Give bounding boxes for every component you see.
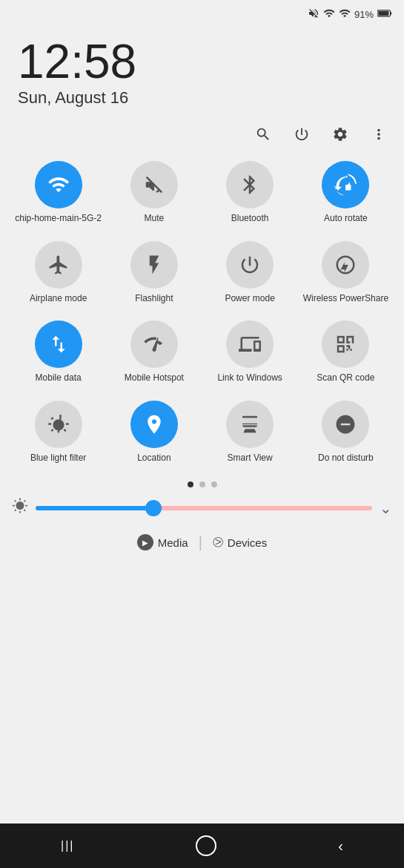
- brightness-icon: [12, 498, 28, 518]
- qs-icon-smartview: [226, 401, 274, 448]
- battery-percentage: 91%: [354, 9, 374, 20]
- qs-label-bluetooth: Bluetooth: [231, 213, 269, 225]
- qs-icon-linkwindows: [226, 320, 274, 368]
- qs-item-scanqr[interactable]: Scan QR code: [299, 315, 392, 390]
- qs-item-autorotate[interactable]: Auto rotate: [299, 155, 392, 231]
- qs-label-airplane: Airplane mode: [30, 293, 87, 305]
- qs-item-hotspot[interactable]: Mobile Hotspot: [107, 315, 200, 390]
- toolbar: [0, 114, 404, 152]
- settings-icon[interactable]: [330, 124, 351, 145]
- qs-icon-wifi: [35, 161, 82, 208]
- qs-icon-hotspot: [130, 320, 178, 368]
- qs-item-flashlight[interactable]: Flashlight: [107, 235, 200, 311]
- power-icon[interactable]: [291, 124, 312, 145]
- qs-item-mobiledata[interactable]: Mobile data: [12, 315, 105, 390]
- qs-label-flashlight: Flashlight: [135, 293, 173, 305]
- qs-item-dnd[interactable]: Do not disturb: [299, 395, 392, 470]
- page-dot-2[interactable]: [211, 481, 217, 487]
- status-icons: 91%: [308, 7, 392, 22]
- qs-label-bluelight: Blue light filter: [30, 453, 86, 464]
- devices-button[interactable]: ⧁ Devices: [202, 530, 277, 555]
- qs-label-smartview: Smart View: [228, 453, 273, 464]
- mute-status-icon: [308, 7, 319, 22]
- qs-icon-autorotate: [322, 161, 369, 208]
- clock-date: Sun, August 16: [18, 88, 386, 108]
- qs-label-location: Location: [137, 453, 170, 464]
- status-bar: 91%: [0, 0, 404, 24]
- page-dot-0[interactable]: [188, 481, 193, 487]
- qs-icon-scanqr: [322, 320, 369, 368]
- qs-item-bluelight[interactable]: Blue light filter: [12, 395, 105, 470]
- play-icon: ▶: [137, 534, 153, 550]
- media-label: Media: [158, 536, 188, 549]
- search-icon[interactable]: [253, 124, 274, 145]
- qs-item-location[interactable]: Location: [107, 395, 200, 470]
- battery-icon: [377, 9, 392, 20]
- page-dots: [0, 473, 404, 493]
- recents-nav-button[interactable]: |||: [61, 839, 74, 852]
- qs-label-autorotate: Auto rotate: [324, 213, 368, 225]
- qs-item-smartview[interactable]: Smart View: [204, 395, 297, 470]
- brightness-track[interactable]: [36, 506, 372, 510]
- svg-rect-1: [391, 12, 392, 15]
- qs-icon-bluelight: [35, 401, 82, 448]
- qs-icon-wireless: [322, 241, 369, 289]
- svg-rect-2: [378, 11, 388, 16]
- qs-icon-powermode: [226, 241, 274, 289]
- qs-item-linkwindows[interactable]: Link to Windows: [204, 315, 297, 390]
- nav-bar: ||| ‹: [0, 823, 404, 868]
- qs-item-bluetooth[interactable]: Bluetooth: [204, 155, 297, 231]
- brightness-thumb[interactable]: [145, 500, 162, 516]
- back-nav-button[interactable]: ‹: [338, 838, 343, 855]
- qs-item-powermode[interactable]: Power mode: [204, 235, 297, 311]
- more-icon[interactable]: [368, 124, 389, 145]
- wifi-status-icon: [323, 7, 335, 22]
- qs-icon-dnd: [322, 401, 369, 448]
- qs-label-wireless: Wireless PowerShare: [303, 293, 388, 305]
- qs-label-mute: Mute: [145, 213, 165, 225]
- qs-icon-bluetooth: [226, 161, 274, 208]
- quick-settings-grid: chip-home-main-5G-2MuteBluetoothAuto rot…: [0, 152, 404, 473]
- qs-label-linkwindows: Link to Windows: [217, 372, 282, 384]
- qs-label-dnd: Do not disturb: [318, 453, 374, 464]
- qs-label-hotspot: Mobile Hotspot: [125, 372, 184, 384]
- brightness-row[interactable]: ⌄: [0, 493, 404, 522]
- qs-item-mute[interactable]: Mute: [107, 155, 200, 231]
- qs-item-wifi[interactable]: chip-home-main-5G-2: [12, 155, 105, 231]
- devices-label: Devices: [228, 536, 267, 549]
- qs-icon-airplane: [35, 241, 82, 289]
- qs-icon-mute: [130, 161, 178, 208]
- qs-label-scanqr: Scan QR code: [317, 372, 374, 384]
- brightness-collapse-button[interactable]: ⌄: [380, 499, 392, 517]
- qs-label-powermode: Power mode: [225, 293, 274, 305]
- qs-item-airplane[interactable]: Airplane mode: [12, 235, 105, 311]
- devices-grid-icon: ⧁: [213, 535, 223, 550]
- qs-item-wireless[interactable]: Wireless PowerShare: [299, 235, 392, 311]
- home-nav-button[interactable]: [196, 835, 216, 856]
- media-button[interactable]: ▶ Media: [127, 530, 199, 555]
- signal-status-icon: [339, 7, 351, 22]
- clock-time: 12:58: [18, 38, 386, 85]
- page-dot-1[interactable]: [199, 481, 205, 487]
- qs-icon-location: [130, 401, 178, 448]
- clock-area: 12:58 Sun, August 16: [0, 24, 404, 114]
- bottom-bar: ▶ Media | ⧁ Devices: [0, 522, 404, 562]
- qs-icon-flashlight: [130, 241, 178, 289]
- qs-label-mobiledata: Mobile data: [36, 372, 82, 384]
- qs-icon-mobiledata: [35, 320, 82, 368]
- qs-label-wifi: chip-home-main-5G-2: [15, 213, 102, 225]
